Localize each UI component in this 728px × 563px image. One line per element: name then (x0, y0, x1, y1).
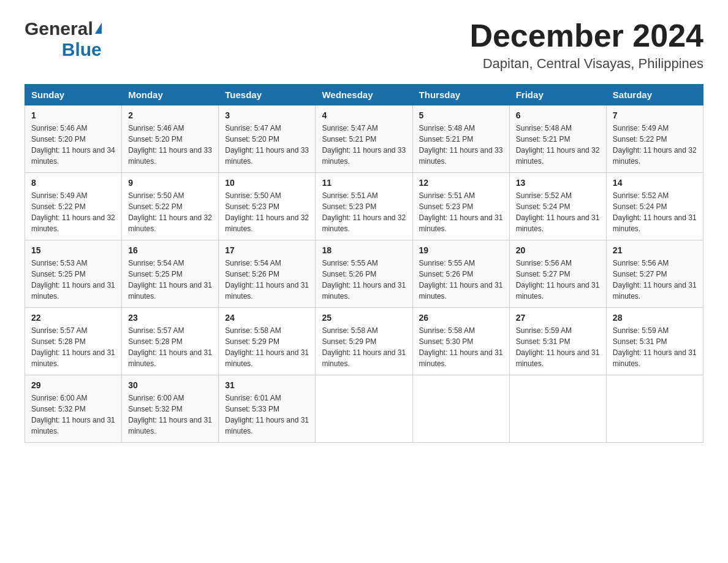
sunset-label: Sunset: 5:33 PM (225, 405, 279, 413)
sunset-label: Sunset: 5:24 PM (516, 202, 571, 211)
daylight-label: Daylight: 11 hours and 33 minutes. (322, 146, 406, 166)
day-cell: 5 Sunrise: 5:48 AM Sunset: 5:21 PM Dayli… (412, 105, 509, 173)
header-cell-thursday: Thursday (412, 85, 509, 105)
header-cell-sunday: Sunday (25, 85, 122, 105)
day-cell: 19 Sunrise: 5:55 AM Sunset: 5:26 PM Dayl… (412, 240, 509, 308)
sunrise-label: Sunrise: 5:46 AM (128, 124, 184, 132)
day-cell: 20 Sunrise: 5:56 AM Sunset: 5:27 PM Dayl… (509, 240, 606, 308)
day-info: Sunrise: 5:47 AM Sunset: 5:21 PM Dayligh… (322, 123, 406, 167)
daylight-label: Daylight: 11 hours and 32 minutes. (516, 146, 600, 166)
sunset-label: Sunset: 5:26 PM (419, 270, 474, 278)
day-number: 22 (31, 313, 115, 323)
day-cell: 1 Sunrise: 5:46 AM Sunset: 5:20 PM Dayli… (25, 105, 122, 173)
day-number: 15 (31, 245, 115, 255)
daylight-label: Daylight: 11 hours and 32 minutes. (225, 213, 309, 233)
daylight-label: Daylight: 11 hours and 31 minutes. (31, 281, 115, 301)
sunrise-label: Sunrise: 5:54 AM (225, 259, 281, 267)
day-number: 1 (31, 110, 115, 120)
day-info: Sunrise: 5:47 AM Sunset: 5:20 PM Dayligh… (225, 123, 309, 167)
day-cell: 2 Sunrise: 5:46 AM Sunset: 5:20 PM Dayli… (122, 105, 219, 173)
day-number: 23 (128, 313, 212, 323)
day-cell: 18 Sunrise: 5:55 AM Sunset: 5:26 PM Dayl… (316, 240, 412, 308)
day-info: Sunrise: 5:48 AM Sunset: 5:21 PM Dayligh… (419, 123, 503, 167)
daylight-label: Daylight: 11 hours and 31 minutes. (225, 348, 309, 368)
day-info: Sunrise: 5:58 AM Sunset: 5:30 PM Dayligh… (419, 325, 503, 369)
sunset-label: Sunset: 5:23 PM (419, 202, 474, 211)
daylight-label: Daylight: 11 hours and 31 minutes. (419, 348, 503, 368)
daylight-label: Daylight: 11 hours and 31 minutes. (419, 281, 503, 301)
calendar-table: SundayMondayTuesdayWednesdayThursdayFrid… (25, 84, 703, 443)
daylight-label: Daylight: 11 hours and 31 minutes. (128, 348, 212, 368)
sunrise-label: Sunrise: 5:58 AM (322, 326, 377, 335)
logo-line2: Blue (25, 39, 102, 60)
sunrise-label: Sunrise: 5:57 AM (128, 326, 184, 335)
logo-blue: Blue (62, 39, 102, 60)
day-cell: 28 Sunrise: 5:59 AM Sunset: 5:31 PM Dayl… (606, 308, 703, 375)
day-info: Sunrise: 5:58 AM Sunset: 5:29 PM Dayligh… (225, 325, 309, 369)
day-info: Sunrise: 6:00 AM Sunset: 5:32 PM Dayligh… (31, 393, 115, 437)
week-row-4: 22 Sunrise: 5:57 AM Sunset: 5:28 PM Dayl… (25, 308, 703, 375)
sunrise-label: Sunrise: 5:52 AM (613, 191, 669, 200)
sunset-label: Sunset: 5:27 PM (516, 270, 571, 278)
day-cell: 6 Sunrise: 5:48 AM Sunset: 5:21 PM Dayli… (509, 105, 606, 173)
day-info: Sunrise: 6:01 AM Sunset: 5:33 PM Dayligh… (225, 393, 309, 437)
week-row-3: 15 Sunrise: 5:53 AM Sunset: 5:25 PM Dayl… (25, 240, 703, 308)
day-info: Sunrise: 5:51 AM Sunset: 5:23 PM Dayligh… (419, 190, 503, 234)
sunrise-label: Sunrise: 5:58 AM (225, 326, 281, 335)
sunrise-label: Sunrise: 5:59 AM (516, 326, 572, 335)
sunrise-label: Sunrise: 5:51 AM (419, 191, 475, 200)
calendar-header: SundayMondayTuesdayWednesdayThursdayFrid… (25, 85, 703, 105)
day-number: 24 (225, 313, 309, 323)
day-number: 10 (225, 178, 309, 188)
logo-row1: General (25, 18, 102, 39)
day-cell: 7 Sunrise: 5:49 AM Sunset: 5:22 PM Dayli… (606, 105, 703, 173)
calendar-body: 1 Sunrise: 5:46 AM Sunset: 5:20 PM Dayli… (25, 105, 703, 443)
day-cell (509, 375, 606, 443)
sunrise-label: Sunrise: 5:47 AM (225, 124, 281, 132)
day-cell: 4 Sunrise: 5:47 AM Sunset: 5:21 PM Dayli… (316, 105, 412, 173)
day-number: 4 (322, 110, 406, 120)
header-cell-tuesday: Tuesday (219, 85, 316, 105)
logo: General Blue (25, 18, 102, 60)
daylight-label: Daylight: 11 hours and 31 minutes. (516, 348, 600, 368)
day-number: 5 (419, 110, 503, 120)
day-cell: 16 Sunrise: 5:54 AM Sunset: 5:25 PM Dayl… (122, 240, 219, 308)
day-cell: 30 Sunrise: 6:00 AM Sunset: 5:32 PM Dayl… (122, 375, 219, 443)
sunset-label: Sunset: 5:21 PM (516, 135, 571, 144)
daylight-label: Daylight: 11 hours and 33 minutes. (128, 146, 212, 166)
week-row-1: 1 Sunrise: 5:46 AM Sunset: 5:20 PM Dayli… (25, 105, 703, 173)
daylight-label: Daylight: 11 hours and 32 minutes. (128, 213, 212, 233)
week-row-5: 29 Sunrise: 6:00 AM Sunset: 5:32 PM Dayl… (25, 375, 703, 443)
sunset-label: Sunset: 5:20 PM (31, 135, 86, 144)
day-info: Sunrise: 5:54 AM Sunset: 5:26 PM Dayligh… (225, 258, 309, 302)
sunrise-label: Sunrise: 5:54 AM (128, 259, 184, 267)
sunrise-label: Sunrise: 5:57 AM (31, 326, 87, 335)
daylight-label: Daylight: 11 hours and 33 minutes. (419, 146, 503, 166)
sunrise-label: Sunrise: 5:50 AM (128, 191, 184, 200)
day-number: 8 (31, 178, 115, 188)
sunset-label: Sunset: 5:23 PM (322, 202, 376, 211)
day-info: Sunrise: 5:55 AM Sunset: 5:26 PM Dayligh… (419, 258, 503, 302)
day-info: Sunrise: 5:51 AM Sunset: 5:23 PM Dayligh… (322, 190, 406, 234)
daylight-label: Daylight: 11 hours and 32 minutes. (322, 213, 406, 233)
header-cell-monday: Monday (122, 85, 219, 105)
sunrise-label: Sunrise: 5:48 AM (419, 124, 475, 132)
day-cell: 9 Sunrise: 5:50 AM Sunset: 5:22 PM Dayli… (122, 173, 219, 240)
daylight-label: Daylight: 11 hours and 33 minutes. (225, 146, 309, 166)
day-cell (316, 375, 412, 443)
sunset-label: Sunset: 5:23 PM (225, 202, 279, 211)
location: Dapitan, Central Visayas, Philippines (469, 56, 703, 72)
day-cell: 13 Sunrise: 5:52 AM Sunset: 5:24 PM Dayl… (509, 173, 606, 240)
sunset-label: Sunset: 5:28 PM (31, 337, 86, 346)
day-cell (606, 375, 703, 443)
day-number: 14 (613, 178, 697, 188)
sunset-label: Sunset: 5:24 PM (613, 202, 667, 211)
header-cell-saturday: Saturday (606, 85, 703, 105)
daylight-label: Daylight: 11 hours and 31 minutes. (516, 281, 600, 301)
week-row-2: 8 Sunrise: 5:49 AM Sunset: 5:22 PM Dayli… (25, 173, 703, 240)
sunset-label: Sunset: 5:20 PM (128, 135, 183, 144)
day-info: Sunrise: 5:57 AM Sunset: 5:28 PM Dayligh… (31, 325, 115, 369)
sunrise-label: Sunrise: 5:59 AM (613, 326, 669, 335)
day-cell: 14 Sunrise: 5:52 AM Sunset: 5:24 PM Dayl… (606, 173, 703, 240)
sunset-label: Sunset: 5:29 PM (225, 337, 279, 346)
